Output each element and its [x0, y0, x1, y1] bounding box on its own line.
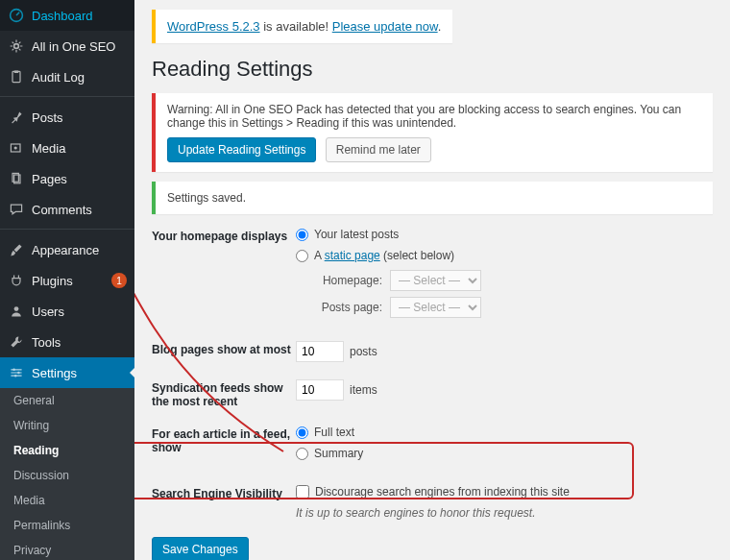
- sidebar-separator: [0, 92, 134, 97]
- label-syndication: Syndication feeds show the most recent: [152, 379, 296, 408]
- dashboard-icon: [8, 7, 25, 24]
- blog-pages-input[interactable]: [296, 341, 344, 362]
- sidebar-item-plugins[interactable]: Plugins1: [0, 265, 134, 296]
- label-homepage-displays: Your homepage displays: [152, 228, 296, 243]
- sidebar-item-label: Users: [32, 304, 127, 319]
- submenu-item-privacy[interactable]: Privacy: [0, 538, 134, 560]
- sidebar-item-label: Posts: [32, 110, 127, 125]
- plug-icon: [8, 272, 25, 289]
- pin-icon: [8, 109, 25, 126]
- sidebar-separator: [0, 225, 134, 230]
- label-blog-pages: Blog pages show at most: [152, 341, 296, 356]
- user-icon: [8, 303, 25, 320]
- radio-label-full: Full text: [314, 426, 354, 439]
- seo-warning-notice: Warning: All in One SEO Pack has detecte…: [152, 93, 713, 172]
- sidebar-item-label: All in One SEO: [32, 39, 127, 54]
- sidebar-item-tools[interactable]: Tools: [0, 327, 134, 357]
- admin-sidebar: Dashboard All in One SEO Audit Log Posts…: [0, 0, 134, 560]
- main-content: WordPress 5.2.3 is available! Please upd…: [134, 0, 730, 560]
- brush-icon: [8, 241, 25, 258]
- svg-rect-3: [14, 71, 19, 73]
- saved-text: Settings saved.: [167, 191, 246, 205]
- syndication-input[interactable]: [296, 379, 344, 401]
- update-nag: WordPress 5.2.3 is available! Please upd…: [152, 10, 452, 43]
- sidebar-item-settings[interactable]: Settings: [0, 357, 134, 388]
- label-search-visibility: Search Engine Visibility: [152, 485, 296, 500]
- gear-icon: [8, 37, 25, 55]
- sidebar-item-auditlog[interactable]: Audit Log: [0, 61, 134, 92]
- radio-static-page[interactable]: [296, 250, 308, 262]
- media-icon: [8, 139, 25, 157]
- page-title: Reading Settings: [152, 57, 713, 82]
- sidebar-item-label: Comments: [32, 203, 127, 217]
- sidebar-item-label: Media: [32, 141, 127, 156]
- settings-submenu: General Writing Reading Discussion Media…: [0, 388, 134, 560]
- static-page-link[interactable]: static page: [325, 249, 380, 262]
- sidebar-item-label: Plugins: [32, 274, 108, 288]
- update-badge: 1: [111, 273, 127, 288]
- sidebar-item-appearance[interactable]: Appearance: [0, 234, 134, 265]
- svg-point-10: [17, 372, 19, 374]
- radio-latest-posts[interactable]: [296, 229, 308, 241]
- radio-label-summary: Summary: [314, 447, 363, 460]
- sidebar-item-label: Tools: [32, 335, 127, 350]
- update-nag-text: is available!: [260, 19, 332, 34]
- submenu-item-permalinks[interactable]: Permalinks: [0, 513, 134, 538]
- sidebar-item-label: Audit Log: [32, 70, 127, 85]
- update-now-link[interactable]: Please update now: [332, 19, 438, 34]
- visibility-description: It is up to search engines to honor this…: [296, 506, 713, 520]
- radio-label-latest: Your latest posts: [314, 228, 399, 241]
- update-reading-settings-button[interactable]: Update Reading Settings: [167, 137, 316, 162]
- page-icon: [8, 170, 25, 187]
- label-postspage-select: Posts page:: [315, 301, 382, 314]
- submenu-item-media[interactable]: Media: [0, 488, 134, 513]
- svg-point-1: [14, 44, 19, 49]
- radio-summary[interactable]: [296, 448, 308, 460]
- wrench-icon: [8, 333, 25, 351]
- seo-warning-text: Warning: All in One SEO Pack has detecte…: [167, 103, 701, 130]
- submenu-item-writing[interactable]: Writing: [0, 413, 134, 438]
- sidebar-item-posts[interactable]: Posts: [0, 102, 134, 133]
- sidebar-item-label: Settings: [32, 366, 127, 380]
- settings-saved-notice: Settings saved.: [152, 182, 713, 214]
- submenu-item-discussion[interactable]: Discussion: [0, 463, 134, 488]
- svg-point-9: [12, 369, 14, 371]
- discourage-search-checkbox[interactable]: [296, 485, 309, 499]
- homepage-select[interactable]: — Select —: [390, 270, 481, 291]
- sidebar-item-pages[interactable]: Pages: [0, 163, 134, 194]
- sidebar-item-label: Dashboard: [32, 9, 127, 23]
- postspage-select[interactable]: — Select —: [390, 297, 481, 318]
- unit-posts: posts: [350, 345, 377, 358]
- discourage-search-label: Discourage search engines from indexing …: [315, 485, 570, 499]
- remind-later-button[interactable]: Remind me later: [326, 137, 431, 162]
- svg-point-8: [14, 306, 19, 311]
- sidebar-item-dashboard[interactable]: Dashboard: [0, 0, 134, 31]
- label-homepage-select: Homepage:: [315, 274, 382, 287]
- comment-icon: [8, 201, 25, 218]
- sliders-icon: [8, 364, 25, 381]
- svg-rect-2: [12, 71, 20, 82]
- svg-point-11: [14, 375, 16, 377]
- sidebar-item-comments[interactable]: Comments: [0, 194, 134, 225]
- sidebar-item-media[interactable]: Media: [0, 133, 134, 163]
- sidebar-item-aioseo[interactable]: All in One SEO: [0, 31, 134, 61]
- sidebar-item-label: Appearance: [32, 243, 127, 257]
- save-changes-button[interactable]: Save Changes: [152, 537, 249, 560]
- unit-items: items: [350, 383, 377, 397]
- clipboard-icon: [8, 68, 25, 85]
- submenu-item-reading[interactable]: Reading: [0, 438, 134, 463]
- svg-point-5: [14, 146, 17, 149]
- reading-settings-form: Your homepage displays Your latest posts…: [152, 228, 713, 560]
- radio-full-text[interactable]: [296, 426, 308, 439]
- label-feed-article: For each article in a feed, show: [152, 426, 296, 454]
- wp-version-link[interactable]: WordPress 5.2.3: [167, 19, 260, 34]
- sidebar-item-label: Pages: [32, 172, 127, 186]
- submenu-item-general[interactable]: General: [0, 388, 134, 413]
- sidebar-item-users[interactable]: Users: [0, 296, 134, 327]
